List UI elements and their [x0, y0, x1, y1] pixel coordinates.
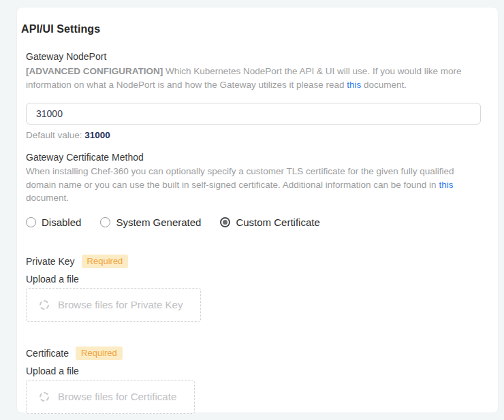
- radio-circle-icon[interactable]: [26, 217, 36, 227]
- dashed-circle-icon: [40, 300, 49, 310]
- private-key-required-badge: Required: [82, 255, 129, 268]
- private-key-upload-label: Upload a file: [26, 274, 479, 285]
- certificate-method-description: When installing Chef-360 you can optiona…: [26, 165, 479, 205]
- certificate-header: Certificate Required: [26, 346, 479, 360]
- advanced-configuration-tag: [ADVANCED CONFIGURATION]: [26, 66, 163, 76]
- private-key-browse-button[interactable]: Browse files for Private Key: [26, 288, 201, 322]
- cert-this-link[interactable]: this: [439, 180, 453, 190]
- radio-system-generated[interactable]: System Generated: [100, 216, 201, 229]
- private-key-browse-label: Browse files for Private Key: [58, 299, 183, 311]
- radio-circle-icon[interactable]: [220, 217, 230, 227]
- certificate-label: Certificate: [26, 346, 69, 360]
- certificate-required-badge: Required: [76, 346, 123, 360]
- default-value-number: 31000: [84, 130, 110, 140]
- certificate-browse-button[interactable]: Browse files for Certificate: [26, 380, 195, 414]
- gateway-nodeport-input[interactable]: [26, 103, 481, 125]
- nodeport-default-value: Default value: 31000: [26, 130, 479, 141]
- certificate-method-label: Gateway Certificate Method: [26, 151, 479, 163]
- radio-disabled[interactable]: Disabled: [26, 216, 81, 229]
- api-ui-settings-card: API/UI Settings Gateway NodePort [ADVANC…: [16, 7, 499, 413]
- nodeport-desc-suffix: document.: [361, 80, 407, 90]
- gateway-nodeport-label: Gateway NodePort: [26, 50, 479, 63]
- certificate-upload-label: Upload a file: [26, 366, 479, 377]
- gateway-nodeport-description: [ADVANCED CONFIGURATION] Which Kubernete…: [26, 65, 479, 91]
- certificate-method-radio-group: Disabled System Generated Custom Certifi…: [26, 216, 479, 229]
- radio-custom-certificate[interactable]: Custom Certificate: [220, 216, 319, 229]
- radio-circle-icon[interactable]: [100, 217, 110, 227]
- private-key-label: Private Key: [26, 255, 75, 268]
- default-value-label: Default value:: [26, 130, 84, 140]
- radio-disabled-label: Disabled: [42, 216, 81, 229]
- radio-system-generated-label: System Generated: [116, 216, 201, 229]
- cert-desc-text: When installing Chef-360 you can optiona…: [26, 166, 454, 190]
- nodeport-this-link[interactable]: this: [347, 80, 361, 90]
- page-title: API/UI Settings: [21, 22, 479, 35]
- radio-custom-certificate-label: Custom Certificate: [236, 216, 319, 229]
- cert-desc-suffix: document.: [26, 193, 69, 203]
- private-key-header: Private Key Required: [26, 255, 479, 268]
- certificate-browse-label: Browse files for Certificate: [58, 391, 176, 403]
- dashed-circle-icon: [40, 392, 49, 402]
